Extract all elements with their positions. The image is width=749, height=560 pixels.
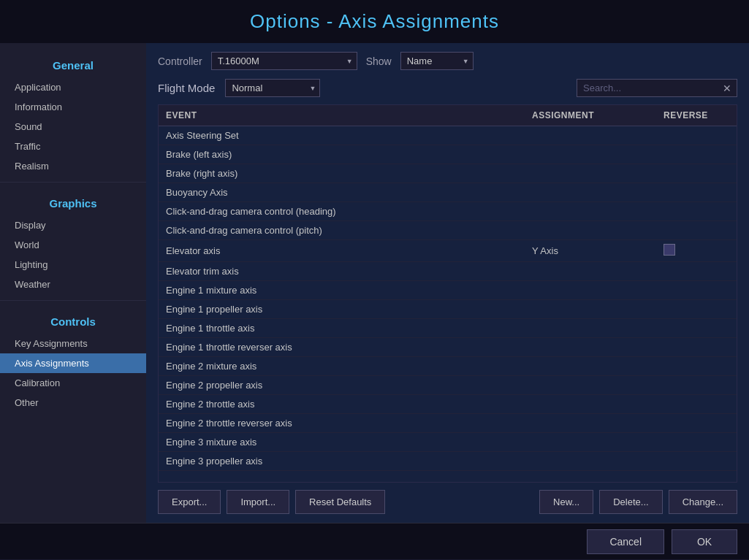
- sidebar-item-axis-assignments[interactable]: Axis Assignments: [0, 353, 146, 373]
- event-cell: Click-and-drag camera control (heading): [159, 202, 525, 221]
- sidebar-item-sound[interactable]: Sound: [0, 117, 146, 137]
- table-row[interactable]: Axis Steering Set: [159, 126, 737, 145]
- reset-defaults-button[interactable]: Reset Defaults: [295, 490, 385, 514]
- export-button[interactable]: Export...: [158, 490, 221, 514]
- event-cell: Engine 1 throttle reverser axis: [159, 338, 525, 357]
- event-cell: Buoyancy Axis: [159, 183, 525, 202]
- reverse-cell[interactable]: [656, 338, 722, 357]
- table-row[interactable]: Click-and-drag camera control (pitch): [159, 221, 737, 240]
- right-buttons: New... Delete... Change...: [539, 490, 737, 514]
- table-row[interactable]: Brake (left axis): [159, 145, 737, 164]
- sidebar-item-other[interactable]: Other: [0, 393, 146, 413]
- scroll-cell: [722, 221, 737, 240]
- table-row[interactable]: Engine 2 mixture axis: [159, 357, 737, 376]
- table-row[interactable]: Engine 1 mixture axis: [159, 281, 737, 300]
- event-cell: Engine 2 throttle reverser axis: [159, 414, 525, 433]
- delete-button[interactable]: Delete...: [599, 490, 662, 514]
- event-cell: Click-and-drag camera control (pitch): [159, 221, 525, 240]
- search-clear-button[interactable]: ✕: [720, 83, 734, 94]
- cancel-button[interactable]: Cancel: [587, 529, 664, 554]
- sidebar-item-lighting[interactable]: Lighting: [0, 255, 146, 275]
- table-row[interactable]: Engine 3 propeller axis: [159, 452, 737, 471]
- scroll-cell: [722, 433, 737, 452]
- assignment-cell: [525, 338, 656, 357]
- reverse-cell[interactable]: [656, 164, 722, 183]
- show-select[interactable]: Name Type: [400, 52, 474, 70]
- sidebar-item-information[interactable]: Information: [0, 97, 146, 117]
- event-cell: Engine 3 propeller axis: [159, 452, 525, 471]
- assignment-cell: [525, 452, 656, 471]
- assignment-cell: [525, 414, 656, 433]
- reverse-cell[interactable]: [656, 202, 722, 221]
- flight-mode-select[interactable]: Normal Combat Helicopter: [225, 79, 320, 97]
- controller-select[interactable]: T.16000M Joystick Gamepad: [211, 52, 357, 70]
- reverse-cell[interactable]: [656, 126, 722, 145]
- table-row[interactable]: Engine 1 propeller axis: [159, 300, 737, 319]
- table-row[interactable]: Engine 2 propeller axis: [159, 376, 737, 395]
- reverse-cell[interactable]: [656, 433, 722, 452]
- controls-section-title: Controls: [0, 307, 146, 334]
- table-row[interactable]: Elevator trim axis: [159, 262, 737, 281]
- reverse-cell[interactable]: [656, 221, 722, 240]
- new-button[interactable]: New...: [539, 490, 593, 514]
- reverse-cell[interactable]: [656, 240, 722, 262]
- reverse-cell[interactable]: [656, 357, 722, 376]
- import-button[interactable]: Import...: [227, 490, 289, 514]
- sidebar-item-calibration[interactable]: Calibration: [0, 373, 146, 393]
- page-title: Options - Axis Assignments: [0, 10, 749, 33]
- search-input[interactable]: [577, 79, 737, 97]
- reverse-cell[interactable]: [656, 395, 722, 414]
- table-row[interactable]: Engine 1 throttle axis: [159, 319, 737, 338]
- reverse-cell[interactable]: [656, 262, 722, 281]
- assignments-table-container: EVENT ASSIGNMENT REVERSE Axis Steering S…: [158, 104, 737, 483]
- sidebar-item-realism[interactable]: Realism: [0, 156, 146, 176]
- bottom-buttons: Export... Import... Reset Defaults New..…: [158, 483, 737, 514]
- sidebar-item-display[interactable]: Display: [0, 215, 146, 235]
- event-cell: Brake (right axis): [159, 164, 525, 183]
- change-button[interactable]: Change...: [669, 490, 737, 514]
- table-row[interactable]: Engine 3 mixture axis: [159, 433, 737, 452]
- reverse-checkbox[interactable]: [664, 244, 675, 256]
- scroll-cell: [722, 240, 737, 262]
- sidebar-item-world[interactable]: World: [0, 235, 146, 255]
- event-cell: Elevator trim axis: [159, 262, 525, 281]
- reverse-cell[interactable]: [656, 376, 722, 395]
- reverse-cell[interactable]: [656, 300, 722, 319]
- reverse-cell[interactable]: [656, 414, 722, 433]
- table-row[interactable]: Click-and-drag camera control (heading): [159, 202, 737, 221]
- sidebar-item-key-assignments[interactable]: Key Assignments: [0, 334, 146, 353]
- sidebar-item-application[interactable]: Application: [0, 77, 146, 97]
- content-area: Controller T.16000M Joystick Gamepad Sho…: [146, 43, 749, 523]
- sidebar-item-weather[interactable]: Weather: [0, 275, 146, 294]
- event-cell: Brake (left axis): [159, 145, 525, 164]
- reverse-cell[interactable]: [656, 319, 722, 338]
- title-bar: Options - Axis Assignments: [0, 0, 749, 43]
- table-row[interactable]: Engine 2 throttle axis: [159, 395, 737, 414]
- event-cell: Engine 1 throttle axis: [159, 319, 525, 338]
- reverse-cell[interactable]: [656, 183, 722, 202]
- ok-button[interactable]: OK: [672, 529, 737, 554]
- scroll-cell: [722, 338, 737, 357]
- reverse-cell[interactable]: [656, 452, 722, 471]
- table-row[interactable]: Buoyancy Axis: [159, 183, 737, 202]
- scroll-cell: [722, 376, 737, 395]
- assignment-cell: [525, 395, 656, 414]
- table-row[interactable]: Engine 2 throttle reverser axis: [159, 414, 737, 433]
- show-label: Show: [366, 55, 392, 67]
- table-row[interactable]: Elevator axisY Axis: [159, 240, 737, 262]
- scroll-cell: [722, 414, 737, 433]
- top-controls-row: Controller T.16000M Joystick Gamepad Sho…: [158, 52, 737, 70]
- event-cell: Engine 2 mixture axis: [159, 357, 525, 376]
- flight-mode-select-wrapper: Normal Combat Helicopter: [225, 79, 320, 97]
- table-row[interactable]: Engine 1 throttle reverser axis: [159, 338, 737, 357]
- scroll-cell: [722, 300, 737, 319]
- flight-mode-label: Flight Mode: [158, 82, 215, 94]
- sidebar-item-traffic[interactable]: Traffic: [0, 137, 146, 156]
- main-layout: General Application Information Sound Tr…: [0, 43, 749, 523]
- event-cell: Engine 3 mixture axis: [159, 433, 525, 452]
- assignment-cell: [525, 126, 656, 145]
- table-row[interactable]: Brake (right axis): [159, 164, 737, 183]
- reverse-cell[interactable]: [656, 145, 722, 164]
- footer: Cancel OK: [0, 523, 749, 559]
- reverse-cell[interactable]: [656, 281, 722, 300]
